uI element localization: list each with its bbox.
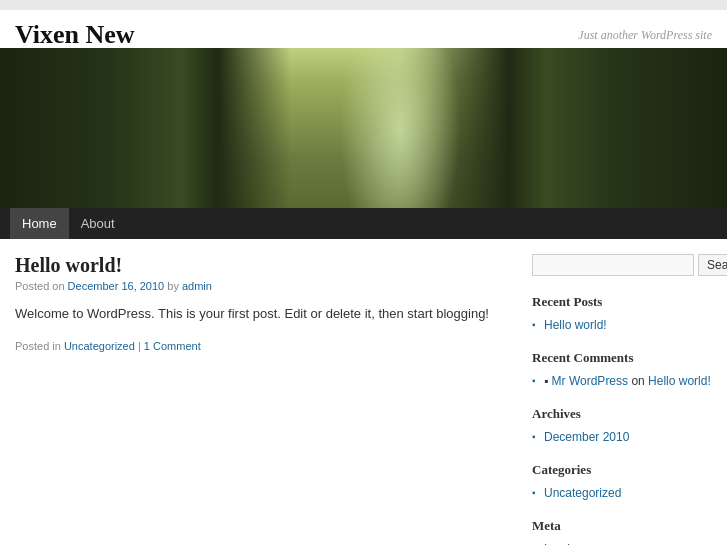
site-header: Vixen New Just another WordPress site — [0, 10, 727, 48]
archive-item: December 2010 — [532, 428, 712, 446]
archives-widget: Archives December 2010 — [532, 406, 712, 446]
search-button[interactable]: Search — [698, 254, 727, 276]
recent-posts-widget: Recent Posts Hello world! — [532, 294, 712, 334]
recent-post-item: Hello world! — [532, 316, 712, 334]
main-navigation: Home About — [0, 208, 727, 239]
post-category-link[interactable]: Uncategorized — [64, 340, 135, 352]
post-author-link[interactable]: admin — [182, 280, 212, 292]
recent-post-link[interactable]: Hello world! — [544, 318, 607, 332]
recent-comment-item: ▪ Mr WordPress on Hello world! — [532, 372, 712, 390]
nav-item-about[interactable]: About — [69, 208, 127, 239]
post-content: Welcome to WordPress. This is your first… — [15, 304, 517, 325]
recent-comments-title: Recent Comments — [532, 350, 712, 366]
recent-posts-title: Recent Posts — [532, 294, 712, 310]
post: Hello world! Posted on December 16, 2010… — [15, 254, 517, 352]
meta-list: Log in Entries RSS Comments RSS WordPres… — [532, 540, 712, 545]
search-widget: Search — [532, 254, 712, 276]
post-date-link[interactable]: December 16, 2010 — [68, 280, 165, 292]
post-meta: Posted on December 16, 2010 by admin — [15, 280, 517, 292]
categories-list: Uncategorized — [532, 484, 712, 502]
categories-widget: Categories Uncategorized — [532, 462, 712, 502]
recent-comments-list: ▪ Mr WordPress on Hello world! — [532, 372, 712, 390]
archives-list: December 2010 — [532, 428, 712, 446]
post-title: Hello world! — [15, 254, 517, 277]
meta-widget: Meta Log in Entries RSS Comments RSS Wor… — [532, 518, 712, 545]
archive-link[interactable]: December 2010 — [544, 430, 629, 444]
search-input[interactable] — [532, 254, 694, 276]
recent-comments-widget: Recent Comments ▪ Mr WordPress on Hello … — [532, 350, 712, 390]
meta-title: Meta — [532, 518, 712, 534]
category-link[interactable]: Uncategorized — [544, 486, 621, 500]
sidebar: Search Recent Posts Hello world! Recent … — [532, 254, 712, 545]
categories-title: Categories — [532, 462, 712, 478]
post-footer: Posted in Uncategorized | 1 Comment — [15, 340, 517, 352]
recent-posts-list: Hello world! — [532, 316, 712, 334]
main-content: Hello world! Posted on December 16, 2010… — [15, 254, 517, 545]
comment-post-link[interactable]: Hello world! — [648, 374, 711, 388]
content-area: Hello world! Posted on December 16, 2010… — [0, 239, 727, 545]
header-banner — [0, 48, 727, 208]
category-item: Uncategorized — [532, 484, 712, 502]
post-comment-link[interactable]: 1 Comment — [144, 340, 201, 352]
meta-item-login: Log in — [532, 540, 712, 545]
comment-author-link[interactable]: Mr WordPress — [552, 374, 628, 388]
nav-item-home[interactable]: Home — [10, 208, 69, 239]
archives-title: Archives — [532, 406, 712, 422]
